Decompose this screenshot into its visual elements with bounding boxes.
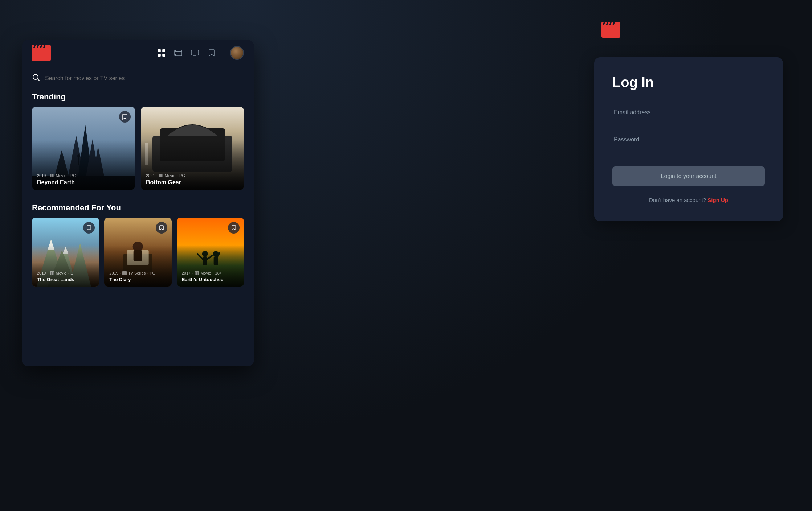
email-field-group — [612, 105, 765, 130]
movie-info-overlay: 2019 · Movie · E The Great Lands — [32, 245, 99, 287]
movie-title: Earth's Untouched — [182, 277, 239, 282]
movie-meta: 2019 · TV Series · PG — [109, 271, 166, 275]
svg-rect-13 — [191, 50, 199, 55]
svg-rect-9 — [180, 50, 180, 51]
svg-line-17 — [38, 79, 40, 81]
svg-rect-11 — [178, 54, 178, 56]
user-avatar[interactable] — [230, 46, 244, 60]
movie-card-diary[interactable]: 2019 · TV Series · PG The Diary — [104, 218, 171, 287]
no-account-text: Don't have an account? — [649, 197, 706, 203]
svg-rect-1 — [162, 49, 165, 52]
password-input[interactable] — [612, 132, 765, 148]
login-card: Log In Login to your account Don't have … — [594, 57, 783, 221]
nav-tv-icon[interactable] — [191, 49, 199, 57]
movie-meta: 2021 · Movie · PG — [146, 173, 239, 178]
avatar-image — [231, 47, 243, 59]
login-logo — [601, 22, 620, 39]
film-icon — [159, 174, 163, 177]
svg-rect-12 — [180, 54, 180, 56]
bookmark-button[interactable] — [228, 222, 240, 234]
svg-rect-0 — [158, 49, 161, 52]
movie-title: The Diary — [109, 277, 166, 282]
recommended-section-title: Recommended For You — [22, 200, 254, 218]
svg-rect-7 — [175, 50, 176, 51]
bookmark-button[interactable] — [119, 111, 131, 123]
film-icon — [50, 271, 54, 275]
trending-section-title: Trending — [22, 89, 254, 107]
login-submit-button[interactable]: Login to your account — [612, 166, 765, 186]
movie-info-overlay: 2021 · Movie · PG Bottom Gear — [141, 140, 244, 190]
movie-meta: 2017 · Movie · 18+ — [182, 271, 239, 275]
app-window: Trending — [22, 40, 254, 366]
signup-link[interactable]: Sign Up — [707, 197, 728, 203]
nav-icons-group — [158, 49, 216, 57]
search-icon — [32, 73, 40, 83]
nav-watchlist-icon[interactable] — [208, 49, 216, 57]
nav-home-icon[interactable] — [158, 49, 166, 57]
recommended-movies-row: 2019 · Movie · E The Great Lands — [22, 218, 254, 287]
movie-card-bottom-gear[interactable]: 2021 · Movie · PG Bottom Gear — [141, 107, 244, 190]
movie-title: The Great Lands — [37, 277, 94, 282]
login-title: Log In — [612, 75, 765, 90]
movie-card-beyond-earth[interactable]: 2019 · Movie · PG Beyond Earth — [32, 107, 135, 190]
password-field-group — [612, 132, 765, 157]
svg-rect-6 — [175, 54, 182, 54]
movie-info-overlay: 2019 · TV Series · PG The Diary — [104, 245, 171, 287]
clapper-body — [601, 25, 620, 38]
nav-movies-icon[interactable] — [174, 49, 182, 57]
movie-meta: 2019 · Movie · E — [37, 271, 94, 275]
bookmark-button[interactable] — [156, 222, 167, 234]
logo-clapper-icon — [32, 45, 51, 61]
movie-meta: 2019 · Movie · PG — [37, 173, 130, 178]
movie-title: Bottom Gear — [146, 179, 239, 186]
nav-logo — [32, 45, 51, 61]
film-icon — [195, 271, 199, 275]
movie-card-great-lands[interactable]: 2019 · Movie · E The Great Lands — [32, 218, 99, 287]
movie-info-overlay: 2017 · Movie · 18+ Earth's Untouched — [177, 245, 244, 287]
svg-rect-5 — [175, 51, 182, 52]
tv-icon-tiny — [122, 271, 127, 275]
email-input[interactable] — [612, 105, 765, 121]
svg-rect-3 — [162, 54, 165, 57]
svg-rect-10 — [175, 54, 176, 56]
svg-rect-8 — [178, 50, 178, 51]
film-icon — [50, 174, 54, 177]
search-input[interactable] — [45, 75, 244, 82]
trending-movies-row: 2019 · Movie · PG Beyond Earth — [22, 107, 254, 190]
svg-rect-2 — [158, 54, 161, 57]
clapper-body — [32, 48, 51, 61]
signup-prompt: Don't have an account? Sign Up — [612, 197, 765, 203]
movie-info-overlay: 2019 · Movie · PG Beyond Earth — [32, 140, 135, 190]
search-bar — [22, 66, 254, 89]
login-clapper-icon — [601, 22, 620, 38]
login-panel: Log In Login to your account Don't have … — [594, 22, 783, 326]
movie-card-earth-untouched[interactable]: 2017 · Movie · 18+ Earth's Untouched — [177, 218, 244, 287]
movie-title: Beyond Earth — [37, 179, 130, 186]
navbar — [22, 40, 254, 66]
